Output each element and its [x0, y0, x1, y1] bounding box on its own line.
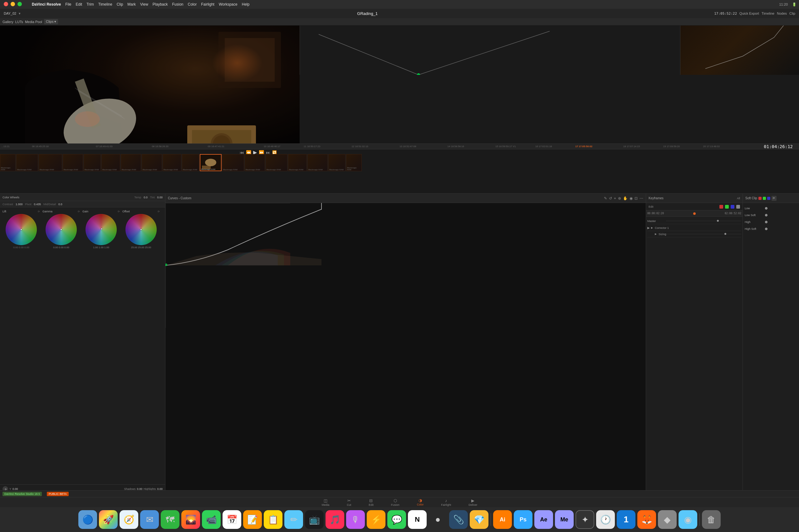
dock-photos[interactable]: 🌄 [181, 510, 200, 529]
dock-clipboard[interactable]: 📎 [449, 510, 468, 529]
dock-firefox[interactable]: 🦊 [637, 510, 656, 529]
lift-wheel[interactable] [6, 214, 37, 245]
menu-fusion[interactable]: Fusion [172, 2, 183, 6]
soft-clip-settings-icon[interactable]: ⟳ [771, 196, 777, 201]
dock-photoshop[interactable]: Ps [514, 510, 532, 529]
clip-item[interactable]: Blackmagic RAW [266, 154, 288, 171]
module-fusion[interactable]: ⬡ Fusion [388, 497, 402, 508]
dock-podcasts[interactable]: 🎙 [346, 510, 365, 529]
dock-mediaencoder[interactable]: Me [555, 510, 574, 529]
curves-edit-icon[interactable]: ✎ [604, 196, 607, 201]
dock-onepassword[interactable]: 1 [617, 510, 635, 529]
curves-hand-icon[interactable]: ✋ [623, 196, 628, 201]
dock-facetime[interactable]: 📹 [202, 510, 221, 529]
luts-btn[interactable]: LUTs [15, 20, 23, 24]
dock-davinci[interactable]: ✦ [576, 510, 594, 529]
menu-app-name[interactable]: DaVinci Resolve [32, 2, 61, 6]
clip-item[interactable]: Blackmagic RAW [142, 154, 162, 171]
sizing-keyframe[interactable] [724, 233, 726, 235]
dock-reminders[interactable]: 📝 [243, 510, 262, 529]
clip-item[interactable]: Blackmagic RAW [182, 154, 199, 171]
module-color[interactable]: ◑ Color [415, 497, 426, 508]
clip-item[interactable]: Blackmagic RAW [163, 154, 181, 171]
dock-messages[interactable]: 💬 [387, 510, 406, 529]
module-fairlight[interactable]: ♪ Fairlight [438, 497, 454, 508]
dock-mail[interactable]: ✉ [140, 510, 159, 529]
menu-workspace[interactable]: Workspace [219, 2, 237, 6]
clip-item-active[interactable]: Blackmagic RAW [200, 154, 222, 171]
menu-view[interactable]: View [140, 2, 148, 6]
dock-maps[interactable]: 🗺 [161, 510, 180, 529]
quick-export-btn[interactable]: Quick Export [739, 12, 759, 15]
curves-canvas[interactable] [165, 203, 646, 497]
module-deliver[interactable]: ▶ Deliver [466, 497, 480, 508]
module-media[interactable]: ◫ Media [319, 497, 332, 508]
clip-item[interactable]: Blackmagic RAW [102, 154, 120, 171]
dock-trash[interactable]: 🗑 [702, 510, 721, 529]
dock-app1[interactable]: ● [429, 510, 447, 529]
curves-pick-icon[interactable]: ⌖ [614, 196, 616, 201]
dock-illustrator[interactable]: Ai [493, 510, 512, 529]
menu-mark[interactable]: Mark [127, 2, 136, 6]
gain-wheel[interactable] [86, 214, 117, 245]
dock-freeform[interactable]: ✏ [284, 510, 303, 529]
dock-finder[interactable]: 🔵 [78, 510, 97, 529]
dock-amp[interactable]: ⚡ [367, 510, 385, 529]
dock-music[interactable]: 🎵 [326, 510, 344, 529]
soft-clip-highsoft-dot[interactable] [765, 228, 767, 230]
clip-item[interactable]: Blackmagic RAW [63, 154, 83, 171]
curves-node-icon[interactable]: ◉ [630, 196, 633, 201]
close-button[interactable] [4, 2, 8, 6]
menu-edit[interactable]: Edit [76, 2, 83, 6]
menu-file[interactable]: File [65, 2, 71, 6]
menu-clip[interactable]: Clip [117, 2, 123, 6]
clip-item[interactable]: Blackmagic RAW [346, 154, 362, 171]
clip-item[interactable]: Blackmagic RAW [222, 154, 244, 171]
menu-trim[interactable]: Trim [87, 2, 94, 6]
menu-fairlight[interactable]: Fairlight [201, 2, 214, 6]
module-edit[interactable]: ⊟ Edit [366, 497, 376, 508]
minimize-button[interactable] [11, 2, 15, 6]
curves-copy-icon[interactable]: ⊡ [635, 196, 638, 201]
menu-color[interactable]: Color [188, 2, 197, 6]
dock-notion[interactable]: N [408, 510, 426, 529]
soft-clip-high-dot[interactable] [765, 221, 767, 223]
menu-timeline[interactable]: Timeline [98, 2, 112, 6]
clip-item[interactable]: Blackmagic RAW [84, 154, 101, 171]
menu-playback[interactable]: Playback [152, 2, 168, 6]
gamma-wheel[interactable] [46, 214, 77, 245]
curves-reset-icon[interactable]: ↺ [609, 196, 612, 201]
module-cut[interactable]: ✂ Cut [344, 497, 353, 508]
clip-item[interactable]: Blackmagic RAW [16, 154, 38, 171]
media-pool-btn[interactable]: Media Pool [25, 20, 42, 24]
timeline-btn[interactable]: Timeline [762, 12, 774, 15]
dock-notes[interactable]: 📋 [264, 510, 283, 529]
clip-item[interactable]: Blackmagic RAW [121, 154, 141, 171]
dock-app3[interactable]: ◉ [678, 510, 697, 529]
all-btn[interactable]: All [737, 197, 740, 200]
curves-zoom-icon[interactable]: ⊕ [618, 196, 621, 201]
gallery-btn[interactable]: Gallery [2, 20, 14, 24]
curves-more-icon[interactable]: ⋯ [639, 196, 643, 201]
dock-safari[interactable]: 🧭 [120, 510, 138, 529]
menu-help[interactable]: Help [242, 2, 250, 6]
clip-item[interactable]: Blackmagic RAW [245, 154, 265, 171]
clips-btn[interactable]: Clips ▾ [44, 19, 58, 24]
clip-item[interactable]: Blackmagic RAW [288, 154, 307, 171]
dock-sketch[interactable]: 💎 [470, 510, 488, 529]
dock-launchpad[interactable]: 🚀 [99, 510, 118, 529]
offset-wheel[interactable] [125, 214, 157, 245]
soft-clip-low-dot[interactable] [765, 207, 767, 210]
soft-clip-lowsoft-dot[interactable] [765, 214, 767, 216]
clip-item[interactable]: Blackmagic RAW [39, 154, 62, 171]
master-keyframe[interactable] [717, 220, 719, 222]
clip-item[interactable]: Blackmagic RAW [307, 154, 328, 171]
dropdown-arrow[interactable]: ▾ [19, 12, 21, 16]
fullscreen-button[interactable] [17, 2, 22, 6]
dock-calendar[interactable]: 📅 [222, 510, 241, 529]
dock-clock[interactable]: 🕐 [596, 510, 615, 529]
dock-aftereffects[interactable]: Ae [534, 510, 553, 529]
dock-appletv[interactable]: 📺 [305, 510, 324, 529]
clip-item[interactable]: Blackmagic RAW [0, 154, 16, 171]
clip-item[interactable]: Blackmagic RAW [328, 154, 345, 171]
